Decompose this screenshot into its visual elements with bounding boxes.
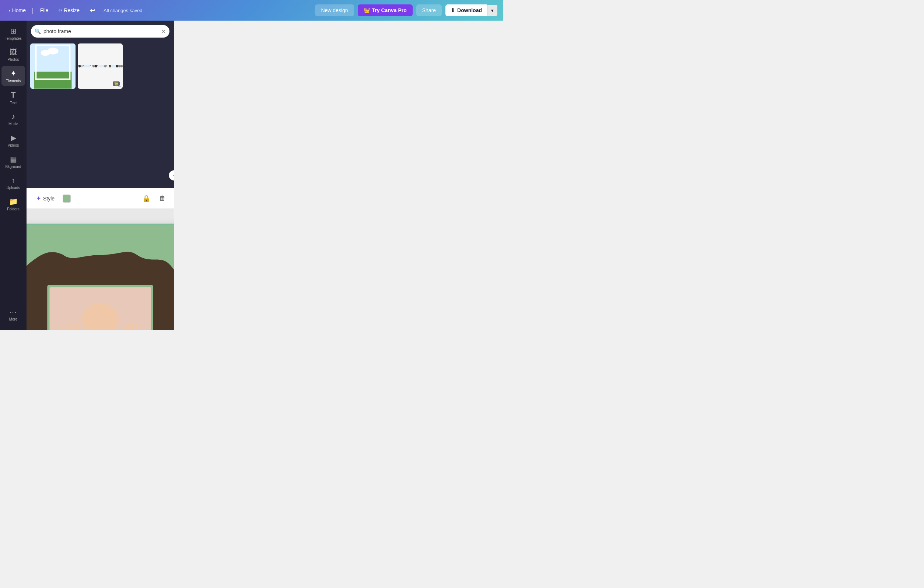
sidebar: ⊞ Templates 🖼 Photos ✦ Elements T Text ♪… bbox=[0, 21, 26, 330]
sidebar-item-photos[interactable]: 🖼 Photos bbox=[2, 45, 25, 64]
file-button[interactable]: File bbox=[36, 5, 52, 15]
list-item[interactable] bbox=[30, 43, 76, 89]
download-icon: ⬇ bbox=[450, 7, 455, 13]
sidebar-item-background[interactable]: ▦ Bkground bbox=[2, 152, 25, 172]
sidebar-item-music[interactable]: ♪ Music bbox=[2, 109, 25, 129]
svg-rect-1 bbox=[34, 72, 71, 89]
more-dots-icon: ··· bbox=[9, 308, 17, 316]
svg-rect-109 bbox=[72, 323, 75, 330]
sidebar-label-music: Music bbox=[8, 122, 18, 126]
templates-icon: ⊞ bbox=[10, 26, 16, 35]
saved-text: All changes saved bbox=[104, 8, 143, 13]
price-badge: £ bbox=[109, 65, 109, 66]
chevron-left-icon: ‹ bbox=[9, 7, 11, 13]
sidebar-item-templates[interactable]: ⊞ Templates bbox=[2, 23, 25, 43]
panel: 🔍 ✕ bbox=[26, 21, 174, 330]
canvas-background: ↻ bbox=[26, 225, 174, 330]
list-item[interactable] bbox=[120, 65, 123, 67]
sidebar-label-elements: Elements bbox=[5, 79, 21, 83]
header-right: New design 👑 Try Canva Pro Share ⬇ Downl… bbox=[315, 5, 497, 16]
canvas-page: ↻ bbox=[26, 224, 174, 330]
sidebar-label-folders: Folders bbox=[7, 207, 19, 211]
price-badge: £ bbox=[90, 65, 91, 66]
list-item[interactable]: 👑 £ bbox=[78, 43, 123, 89]
resize-icon: ⇔ bbox=[59, 8, 62, 13]
hide-panel-button[interactable]: ‹ bbox=[169, 170, 174, 180]
list-item[interactable] bbox=[102, 65, 104, 67]
videos-icon: ▶ bbox=[11, 133, 16, 142]
frame-grid: 👑 £ bbox=[26, 41, 174, 188]
canvas-scroll[interactable]: ⧉ ⎘ + bbox=[26, 209, 174, 330]
canvas-page-wrapper: ⧉ ⎘ + bbox=[26, 224, 174, 330]
crown-badge: 👑 bbox=[113, 81, 120, 86]
header: ‹ Home | File ⇔ Resize ↩ All changes sav… bbox=[0, 0, 503, 21]
canvas-actions: ⧉ ⎘ + bbox=[173, 209, 174, 221]
sidebar-item-folders[interactable]: 📁 Folders bbox=[2, 194, 25, 214]
new-design-button[interactable]: New design bbox=[315, 5, 354, 16]
download-button-group: ⬇ Download ▾ bbox=[446, 5, 497, 16]
music-icon: ♪ bbox=[12, 112, 15, 121]
price-badge: £ bbox=[106, 65, 107, 66]
duplicate-page-button[interactable]: ⧉ bbox=[173, 209, 174, 221]
text-icon: T bbox=[11, 90, 15, 100]
sidebar-label-photos: Photos bbox=[7, 58, 19, 61]
crown-icon: 👑 bbox=[364, 7, 370, 13]
sidebar-item-elements[interactable]: ✦ Elements bbox=[2, 66, 25, 86]
header-left: ‹ Home | File ⇔ Resize ↩ All changes sav… bbox=[6, 4, 143, 17]
price-badge: £ bbox=[79, 65, 79, 66]
toolbar-right: 🔒 🗑 bbox=[140, 192, 168, 205]
home-button[interactable]: ‹ Home bbox=[6, 5, 29, 15]
share-button[interactable]: Share bbox=[416, 5, 442, 16]
lock-button[interactable]: 🔒 bbox=[140, 192, 152, 205]
sidebar-item-more[interactable]: ··· More bbox=[7, 306, 20, 324]
resize-button[interactable]: ⇔ Resize bbox=[55, 5, 83, 15]
list-item[interactable] bbox=[118, 65, 120, 67]
sidebar-label-uploads: Uploads bbox=[7, 186, 20, 190]
sidebar-item-videos[interactable]: ▶ Videos bbox=[2, 130, 25, 150]
color-swatch[interactable] bbox=[63, 195, 71, 203]
svg-rect-65 bbox=[106, 66, 106, 66]
svg-rect-59 bbox=[104, 66, 105, 66]
download-label: Download bbox=[457, 7, 482, 13]
sidebar-label-videos: Videos bbox=[8, 143, 19, 147]
sidebar-item-text[interactable]: T Text bbox=[2, 87, 25, 108]
search-bar: 🔍 ✕ bbox=[26, 21, 174, 41]
style-label: Style bbox=[43, 196, 54, 202]
sidebar-label-templates: Templates bbox=[5, 36, 22, 41]
sidebar-label-background: Bkground bbox=[5, 165, 21, 169]
list-item[interactable]: £ bbox=[109, 65, 111, 67]
sidebar-label-more: More bbox=[9, 317, 18, 321]
svg-rect-63 bbox=[105, 66, 106, 66]
chevron-down-icon: ▾ bbox=[491, 8, 494, 13]
home-label: Home bbox=[12, 7, 26, 13]
ornate-frame[interactable] bbox=[26, 246, 174, 330]
folders-icon: 📁 bbox=[9, 197, 18, 206]
photos-icon: 🖼 bbox=[10, 48, 17, 56]
search-input[interactable] bbox=[31, 25, 170, 38]
download-chevron-button[interactable]: ▾ bbox=[487, 5, 497, 16]
delete-button[interactable]: 🗑 bbox=[157, 192, 168, 205]
svg-point-4 bbox=[47, 48, 59, 54]
try-pro-button[interactable]: 👑 Try Canva Pro bbox=[358, 5, 412, 16]
download-button[interactable]: ⬇ Download bbox=[446, 5, 487, 16]
svg-rect-61 bbox=[105, 66, 105, 66]
file-label: File bbox=[40, 7, 49, 13]
search-clear-button[interactable]: ✕ bbox=[161, 28, 166, 35]
elements-icon: ✦ bbox=[10, 69, 16, 78]
price-badge: £ bbox=[92, 65, 93, 66]
search-icon: 🔍 bbox=[35, 28, 41, 34]
price-badge: £ bbox=[83, 65, 84, 66]
canvas-toolbar: ✦ Style 🔒 🗑 bbox=[26, 188, 174, 209]
undo-button[interactable]: ↩ bbox=[88, 4, 97, 17]
main-layout: ⊞ Templates 🖼 Photos ✦ Elements T Text ♪… bbox=[0, 21, 503, 330]
sidebar-item-uploads[interactable]: ↑ Uploads bbox=[2, 173, 25, 193]
search-input-wrap: 🔍 ✕ bbox=[31, 25, 170, 38]
background-icon: ▦ bbox=[10, 155, 17, 164]
svg-rect-113 bbox=[131, 323, 134, 330]
resize-label: Resize bbox=[64, 7, 79, 13]
price-badge: £ bbox=[95, 65, 96, 66]
list-item[interactable] bbox=[116, 65, 118, 67]
style-button[interactable]: ✦ Style bbox=[32, 193, 58, 204]
try-pro-label: Try Canva Pro bbox=[372, 7, 407, 13]
sidebar-label-text: Text bbox=[10, 101, 16, 105]
